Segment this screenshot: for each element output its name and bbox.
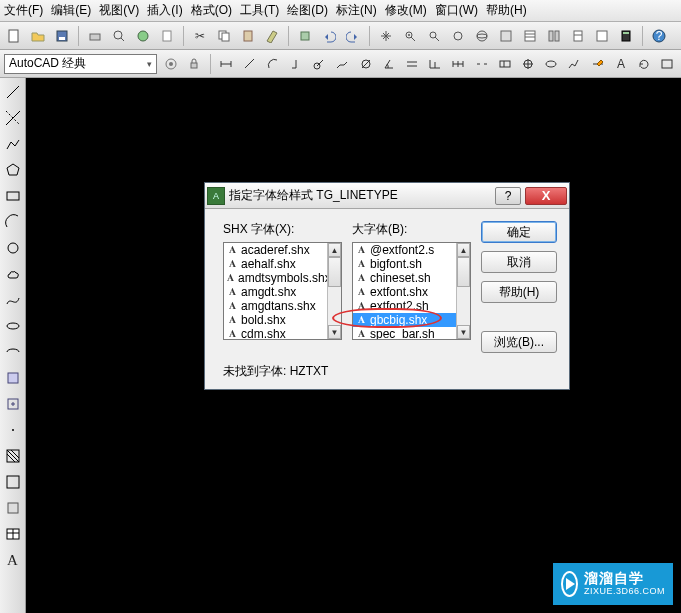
cut-icon[interactable]: ✂ xyxy=(190,26,210,46)
dim-break-icon[interactable] xyxy=(472,54,491,74)
dim-diameter-icon[interactable] xyxy=(356,54,375,74)
dim-aligned-icon[interactable] xyxy=(240,54,259,74)
match-icon[interactable] xyxy=(262,26,282,46)
dwf-icon[interactable] xyxy=(496,26,516,46)
make-block-icon[interactable] xyxy=(3,394,23,414)
dim-angular-icon[interactable] xyxy=(379,54,398,74)
menu-insert[interactable]: 插入(I) xyxy=(147,2,182,19)
gradient-icon[interactable] xyxy=(3,472,23,492)
menu-view[interactable]: 视图(V) xyxy=(99,2,139,19)
insert-block-icon[interactable] xyxy=(3,368,23,388)
center-mark-icon[interactable] xyxy=(518,54,537,74)
tolerance-icon[interactable] xyxy=(495,54,514,74)
zoom-prev-icon[interactable] xyxy=(448,26,468,46)
menu-dim[interactable]: 标注(N) xyxy=(336,2,377,19)
revcloud-icon[interactable] xyxy=(3,264,23,284)
polygon-icon[interactable] xyxy=(3,160,23,180)
calc-icon[interactable] xyxy=(616,26,636,46)
menu-edit[interactable]: 编辑(E) xyxy=(51,2,91,19)
menu-tools[interactable]: 工具(T) xyxy=(240,2,279,19)
help-button[interactable]: 帮助(H) xyxy=(481,281,557,303)
scroll-down-icon[interactable]: ▼ xyxy=(457,325,470,339)
scroll-down-icon[interactable]: ▼ xyxy=(328,325,341,339)
xline-icon[interactable] xyxy=(3,108,23,128)
properties-icon[interactable] xyxy=(520,26,540,46)
separator xyxy=(288,26,289,46)
arc-icon[interactable] xyxy=(3,212,23,232)
point-icon[interactable] xyxy=(3,420,23,440)
new-icon[interactable] xyxy=(4,26,24,46)
shx-listbox[interactable]: 𝐀acaderef.shx 𝐀aehalf.shx 𝐀amdtsymbols.s… xyxy=(223,242,342,340)
menu-draw[interactable]: 绘图(D) xyxy=(287,2,328,19)
publish-icon[interactable] xyxy=(133,26,153,46)
ellipse-icon[interactable] xyxy=(3,316,23,336)
redo-icon[interactable] xyxy=(343,26,363,46)
preview-icon[interactable] xyxy=(109,26,129,46)
pan-icon[interactable] xyxy=(376,26,396,46)
context-help-button[interactable]: ? xyxy=(495,187,521,205)
svg-text:A: A xyxy=(617,57,625,71)
cancel-button[interactable]: 取消 xyxy=(481,251,557,273)
menu-file[interactable]: 文件(F) xyxy=(4,2,43,19)
dim-edit-icon[interactable] xyxy=(588,54,607,74)
dim-arc-icon[interactable] xyxy=(263,54,282,74)
plot-icon[interactable] xyxy=(85,26,105,46)
zoom-window-icon[interactable] xyxy=(424,26,444,46)
ssm-icon[interactable] xyxy=(568,26,588,46)
dim-radius-icon[interactable] xyxy=(310,54,329,74)
dim-baseline-icon[interactable] xyxy=(426,54,445,74)
text-icon[interactable]: A xyxy=(3,550,23,570)
dim-jog-icon[interactable] xyxy=(333,54,352,74)
scroll-thumb[interactable] xyxy=(328,257,341,287)
ellipse-arc-icon[interactable] xyxy=(3,342,23,362)
block-icon[interactable] xyxy=(295,26,315,46)
dim-ordinate-icon[interactable] xyxy=(286,54,305,74)
save-icon[interactable] xyxy=(52,26,72,46)
inspect-icon[interactable] xyxy=(542,54,561,74)
menu-window[interactable]: 窗口(W) xyxy=(435,2,478,19)
toolpalette-icon[interactable] xyxy=(544,26,564,46)
open-icon[interactable] xyxy=(28,26,48,46)
copy-icon[interactable] xyxy=(214,26,234,46)
rectangle-icon[interactable] xyxy=(3,186,23,206)
close-button[interactable]: X xyxy=(525,187,567,205)
scroll-thumb[interactable] xyxy=(457,257,470,287)
dim-style-icon[interactable] xyxy=(658,54,677,74)
ok-button[interactable]: 确定 xyxy=(481,221,557,243)
jog-line-icon[interactable] xyxy=(565,54,584,74)
svg-rect-60 xyxy=(662,60,672,68)
dim-linear-icon[interactable] xyxy=(217,54,236,74)
region-icon[interactable] xyxy=(3,498,23,518)
ws-settings-icon[interactable] xyxy=(161,54,180,74)
dim-update-icon[interactable] xyxy=(634,54,653,74)
workspace-select[interactable]: AutoCAD 经典 ▾ xyxy=(4,54,157,74)
scrollbar[interactable]: ▲ ▼ xyxy=(327,243,341,339)
orbit-icon[interactable] xyxy=(472,26,492,46)
browse-button[interactable]: 浏览(B)... xyxy=(481,331,557,353)
undo-icon[interactable] xyxy=(319,26,339,46)
dim-quick-icon[interactable] xyxy=(402,54,421,74)
table-icon[interactable] xyxy=(3,524,23,544)
paste-icon[interactable] xyxy=(238,26,258,46)
circle-icon[interactable] xyxy=(3,238,23,258)
zoom-realtime-icon[interactable] xyxy=(400,26,420,46)
sheet-icon[interactable] xyxy=(157,26,177,46)
dialog-titlebar[interactable]: A 指定字体给样式 TG_LINETYPE ? X xyxy=(205,183,569,209)
dim-continue-icon[interactable] xyxy=(449,54,468,74)
scrollbar[interactable]: ▲ ▼ xyxy=(456,243,470,339)
spline-icon[interactable] xyxy=(3,290,23,310)
menu-modify[interactable]: 修改(M) xyxy=(385,2,427,19)
polyline-icon[interactable] xyxy=(3,134,23,154)
hatch-icon[interactable] xyxy=(3,446,23,466)
markup-icon[interactable] xyxy=(592,26,612,46)
line-icon[interactable] xyxy=(3,82,23,102)
scroll-up-icon[interactable]: ▲ xyxy=(328,243,341,257)
ws-lock-icon[interactable] xyxy=(185,54,204,74)
svg-rect-0 xyxy=(9,30,18,42)
menu-help[interactable]: 帮助(H) xyxy=(486,2,527,19)
bigfont-listbox[interactable]: 𝐀@extfont2.s 𝐀bigfont.sh 𝐀chineset.sh 𝐀e… xyxy=(352,242,471,340)
dim-text-edit-icon[interactable]: A xyxy=(611,54,630,74)
help-icon[interactable]: ? xyxy=(649,26,669,46)
scroll-up-icon[interactable]: ▲ xyxy=(457,243,470,257)
menu-format[interactable]: 格式(O) xyxy=(191,2,232,19)
